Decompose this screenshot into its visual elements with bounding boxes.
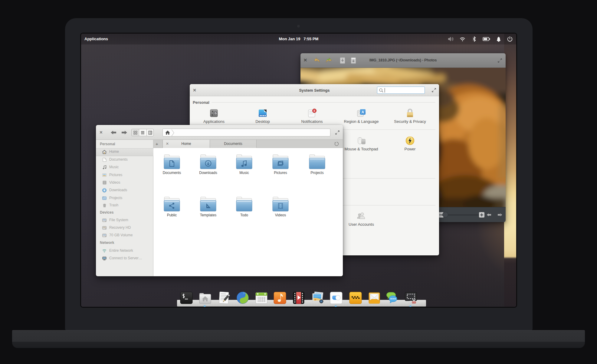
svg-text:2: 2 bbox=[313, 109, 315, 112]
svg-text:A: A bbox=[361, 110, 364, 114]
